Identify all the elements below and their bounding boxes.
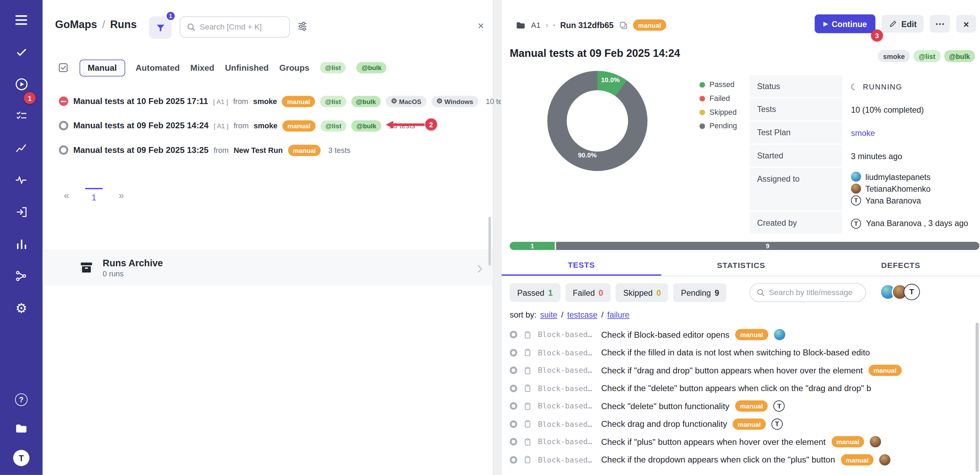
test-row[interactable]: Block-based… Check if "plus" button appe… [510, 433, 980, 451]
sort-suite-link[interactable]: suite [540, 310, 558, 319]
sort-failure-link[interactable]: failure [607, 310, 629, 319]
test-title: Check "delete" button functionality [601, 402, 729, 411]
test-row[interactable]: Block-based… Check drag and drop functio… [510, 415, 980, 433]
testcase-icon [523, 455, 532, 464]
assignee-avatars-cluster[interactable]: T [880, 284, 920, 300]
test-row[interactable]: Block-based… Check "delete" button funct… [510, 397, 980, 415]
test-row[interactable]: Block-based… Check if the dropdown appea… [510, 451, 980, 469]
run-badge-manual: manual [282, 96, 315, 107]
breadcrumb-app[interactable]: GoMaps [55, 19, 97, 31]
bar-chart-icon[interactable] [14, 236, 29, 251]
run-title: Manual tests at 09 Feb 2025 14:24 [73, 121, 208, 131]
chip-skipped[interactable]: Skipped0 [616, 283, 668, 302]
close-button[interactable]: × [956, 15, 976, 33]
folder-icon[interactable] [14, 421, 29, 436]
assignee[interactable]: TYana Baranova [851, 196, 921, 206]
breadcrumb-page[interactable]: Runs [110, 19, 137, 31]
progress-bar: 1 9 [510, 242, 979, 250]
test-row[interactable]: Block-based… Check if the "delete" butto… [510, 379, 980, 397]
help-icon[interactable]: ? [14, 392, 29, 407]
avatar: T [904, 284, 920, 300]
tag-bulk[interactable]: @bulk [944, 50, 975, 62]
tests-scrollbar[interactable] [975, 323, 978, 472]
activity-icon[interactable] [14, 172, 29, 187]
avatar: T [851, 196, 861, 206]
run-row[interactable]: Manual tests at 09 Feb 2025 13:25 from N… [43, 138, 493, 162]
testcase-icon [523, 366, 532, 375]
tag-smoke[interactable]: smoke [878, 50, 910, 62]
folder-icon [515, 20, 526, 30]
copy-icon[interactable] [619, 21, 628, 30]
continue-button[interactable]: ▶ Continue [815, 14, 876, 33]
assignee[interactable]: liudmylastepanets [851, 172, 931, 182]
runs-search[interactable] [180, 16, 290, 37]
test-badge-manual: manual [831, 436, 864, 448]
run-failed-icon [59, 96, 68, 106]
search-input[interactable] [200, 22, 283, 31]
select-all-icon[interactable] [57, 62, 69, 73]
tab-automated[interactable]: Automated [135, 63, 180, 72]
assignee[interactable]: TetianaKhomenko [851, 183, 931, 193]
test-row[interactable]: Block-based… Check if Block-based editor… [510, 326, 980, 344]
tab-defects[interactable]: DEFECTS [821, 255, 980, 276]
test-suite: Block-based… [538, 455, 595, 464]
play-circle-icon[interactable] [14, 76, 29, 91]
edit-button[interactable]: Edit [882, 15, 924, 33]
tab-statistics[interactable]: STATISTICS [661, 255, 821, 276]
test-plan-link[interactable]: smoke [851, 128, 875, 138]
checklist-icon[interactable] [14, 108, 29, 123]
sort-testcase-link[interactable]: testcase [567, 310, 597, 319]
legend-pending: Pending [699, 122, 737, 131]
test-row[interactable]: Block-based… Check if the filled in data… [510, 344, 980, 361]
donut-legend: Passed Failed Skipped Pending [699, 80, 737, 131]
breadcrumb-separator: / [102, 19, 105, 31]
branch-icon[interactable] [14, 268, 29, 283]
run-row[interactable]: Manual tests at 10 Feb 2025 17:11 [ A1 ]… [43, 89, 493, 113]
line-chart-icon[interactable] [14, 140, 29, 155]
gear-icon: ⚙ [391, 98, 397, 105]
testcase-icon [523, 384, 532, 393]
test-row[interactable]: Block-based… Check if "drag and drop" bu… [510, 362, 980, 379]
pagination-page-1[interactable]: 1 [85, 188, 102, 202]
collapse-panel-button[interactable]: × [473, 19, 488, 33]
export-icon[interactable] [14, 204, 29, 219]
tag-filter-list[interactable]: @list [320, 62, 346, 73]
run-type-badge: manual [633, 19, 666, 31]
chip-pending[interactable]: Pending9 [673, 283, 727, 302]
tag-list[interactable]: @list [913, 50, 940, 62]
check-icon[interactable] [14, 45, 29, 59]
user-avatar[interactable]: T [13, 450, 29, 466]
test-title: Check if Block-based editor opens [601, 330, 729, 340]
more-button[interactable]: ⋯ [930, 15, 950, 33]
tag-filter-bulk[interactable]: @bulk [356, 62, 387, 73]
avatar [851, 172, 861, 182]
run-id[interactable]: Run 312dfb65 [560, 21, 614, 30]
runs-archive-row[interactable]: Runs Archive 0 runs › [43, 249, 493, 286]
chip-passed[interactable]: Passed1 [510, 283, 560, 302]
pagination-prev[interactable]: « [64, 190, 69, 201]
menu-icon[interactable] [14, 13, 29, 27]
chip-failed[interactable]: Failed0 [565, 283, 611, 302]
info-row-status: Status RUNNING [749, 75, 980, 99]
gear-icon[interactable]: ⚙ [14, 300, 29, 315]
tests-search-input[interactable] [769, 288, 859, 297]
info-row-created: Created by TYana Baranova , 3 days ago [749, 212, 980, 235]
view-settings-icon[interactable] [297, 21, 309, 32]
tab-tests[interactable]: TESTS [501, 255, 661, 276]
project-name[interactable]: A1 [531, 21, 541, 29]
runs-panel: GoMaps / Runs 1 × Manual Automated Mixed… [43, 0, 493, 475]
donut-pending-label: 90.0% [578, 151, 597, 159]
test-status-icon [510, 456, 517, 464]
tab-unfinished[interactable]: Unfinished [225, 63, 269, 72]
run-from-label: from [233, 97, 248, 105]
avatar [880, 454, 891, 465]
testcase-icon [523, 419, 532, 429]
left-panel-scrollbar[interactable] [488, 217, 491, 266]
tab-manual[interactable]: Manual [80, 59, 125, 76]
play-icon: ▶ [824, 21, 828, 27]
tests-search[interactable] [749, 283, 866, 302]
tab-groups[interactable]: Groups [279, 63, 309, 72]
pagination-next[interactable]: » [119, 190, 124, 201]
annotation-arrow-2-line [393, 123, 425, 126]
tab-mixed[interactable]: Mixed [190, 63, 214, 72]
